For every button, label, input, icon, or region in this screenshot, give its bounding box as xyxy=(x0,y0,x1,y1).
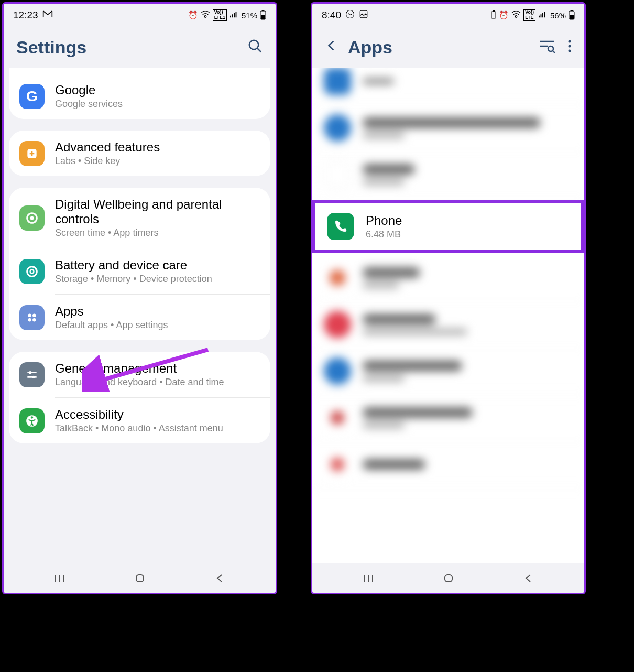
svg-point-15 xyxy=(29,371,31,373)
signal-icon xyxy=(538,11,548,20)
whatsapp-icon xyxy=(345,9,355,21)
svg-line-36 xyxy=(553,51,555,53)
nav-back[interactable] xyxy=(521,572,537,584)
settings-header: Settings xyxy=(4,27,276,68)
setting-title: Apps xyxy=(55,304,260,319)
svg-point-11 xyxy=(32,313,36,317)
app-row[interactable] xyxy=(312,255,584,301)
svg-point-19 xyxy=(31,416,33,418)
svg-rect-29 xyxy=(493,10,495,12)
app-row[interactable] xyxy=(312,301,584,348)
nav-home[interactable] xyxy=(441,572,456,584)
apps-list: Phone 6.48 MB xyxy=(312,68,584,563)
setting-sub: Google services xyxy=(55,99,260,110)
nav-home[interactable] xyxy=(132,572,148,584)
navigation-bar xyxy=(4,563,276,593)
setting-sub: Screen time • App timers xyxy=(55,227,260,239)
nav-recents[interactable] xyxy=(360,572,376,584)
app-name: Phone xyxy=(366,213,570,228)
setting-title: Accessibility xyxy=(55,407,260,422)
page-title: Apps xyxy=(348,37,392,58)
svg-rect-31 xyxy=(570,15,574,19)
battery-care-icon xyxy=(19,259,45,284)
svg-point-3 xyxy=(249,40,259,50)
settings-item-wellbeing[interactable]: Digital Wellbeing and parental controls … xyxy=(9,188,270,248)
settings-screen: 12:23 ⏰ Vo))LTE1 51% Settings xyxy=(2,2,277,594)
wifi-icon xyxy=(511,11,521,20)
app-row[interactable] xyxy=(312,151,584,198)
app-row-phone[interactable]: Phone 6.48 MB xyxy=(315,203,581,250)
settings-item-accessibility[interactable]: Accessibility TalkBack • Mono audio • As… xyxy=(9,398,270,443)
battery-small-icon xyxy=(491,10,496,20)
general-icon xyxy=(19,362,45,387)
svg-rect-28 xyxy=(491,12,496,18)
svg-point-7 xyxy=(30,216,34,220)
svg-rect-25 xyxy=(136,575,144,582)
app-row[interactable] xyxy=(312,441,584,488)
app-row[interactable] xyxy=(312,348,584,395)
settings-item-google[interactable]: G Google Google services xyxy=(9,73,270,119)
filter-search-icon[interactable] xyxy=(539,39,555,55)
settings-item-battery[interactable]: Battery and device care Storage • Memory… xyxy=(9,248,270,294)
svg-point-12 xyxy=(28,318,31,322)
svg-point-37 xyxy=(569,40,571,43)
svg-rect-1 xyxy=(261,15,265,19)
battery-icon xyxy=(569,9,575,21)
settings-item-advanced[interactable]: Advanced features Labs • Side key xyxy=(9,131,270,176)
phone-app-icon xyxy=(327,213,354,240)
setting-sub: TalkBack • Mono audio • Assistant menu xyxy=(55,423,260,434)
settings-item-general[interactable]: General management Language and keyboard… xyxy=(9,352,270,397)
apps-header: Apps xyxy=(312,27,584,68)
svg-rect-43 xyxy=(445,575,452,582)
settings-card: General management Language and keyboard… xyxy=(9,352,270,443)
svg-point-10 xyxy=(28,313,31,317)
navigation-bar xyxy=(312,563,584,593)
svg-point-17 xyxy=(32,375,35,378)
app-size: 6.48 MB xyxy=(366,229,570,240)
back-icon[interactable] xyxy=(325,38,338,56)
alarm-icon: ⏰ xyxy=(188,10,198,20)
setting-sub: Storage • Memory • Device protection xyxy=(55,274,260,285)
svg-point-26 xyxy=(346,10,354,18)
page-title: Settings xyxy=(16,37,86,58)
search-icon[interactable] xyxy=(247,38,263,56)
settings-item-apps[interactable]: Apps Default apps • App settings xyxy=(9,295,270,340)
battery-text: 56% xyxy=(550,11,566,20)
nav-recents[interactable] xyxy=(52,572,68,584)
setting-title: Digital Wellbeing and parental controls xyxy=(55,197,260,226)
setting-title: General management xyxy=(55,361,260,376)
accessibility-icon xyxy=(19,408,45,433)
status-time: 8:40 xyxy=(322,9,341,21)
battery-text: 51% xyxy=(242,11,257,20)
advanced-icon xyxy=(19,141,45,166)
volte-icon: Vo))LTE xyxy=(523,9,535,21)
apps-icon xyxy=(19,305,45,330)
setting-sub: Labs • Side key xyxy=(55,156,260,167)
status-time: 12:23 xyxy=(13,9,38,21)
battery-icon xyxy=(260,9,266,21)
gmail-icon xyxy=(42,9,53,21)
alarm-icon: ⏰ xyxy=(499,10,509,20)
wellbeing-icon xyxy=(19,205,45,231)
apps-screen: 8:40 ⏰ Vo))LTE 56% xyxy=(311,2,586,594)
setting-title: Advanced features xyxy=(55,140,260,155)
app-row[interactable] xyxy=(312,105,584,151)
setting-title: Battery and device care xyxy=(55,258,260,273)
wifi-icon xyxy=(201,11,210,20)
app-row[interactable] xyxy=(312,68,584,105)
more-icon[interactable] xyxy=(567,39,572,55)
nav-back[interactable] xyxy=(212,572,228,584)
gallery-icon xyxy=(359,9,368,21)
svg-point-9 xyxy=(30,269,34,273)
setting-sub: Default apps • App settings xyxy=(55,320,260,331)
svg-point-38 xyxy=(569,45,571,48)
settings-card: G Google Google services xyxy=(9,68,270,119)
svg-point-13 xyxy=(32,318,36,322)
setting-sub: Language and keyboard • Date and time xyxy=(55,377,260,388)
svg-line-4 xyxy=(257,48,261,52)
svg-rect-32 xyxy=(571,10,573,11)
svg-rect-2 xyxy=(262,10,264,11)
app-row[interactable] xyxy=(312,395,584,441)
svg-point-39 xyxy=(569,50,571,52)
volte-icon: Vo))LTE1 xyxy=(213,9,227,21)
